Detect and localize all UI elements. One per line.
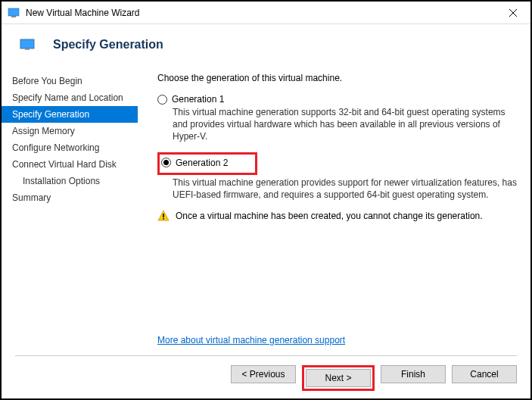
step-installation-options[interactable]: Installation Options [2,173,138,189]
svg-rect-1 [11,16,16,17]
gen2-description: This virtual machine generation provides… [173,177,517,201]
step-configure-networking[interactable]: Configure Networking [2,139,138,156]
step-specify-name-location[interactable]: Specify Name and Location [2,89,138,106]
window-title: New Virtual Machine Wizard [26,8,502,18]
step-before-you-begin[interactable]: Before You Begin [2,73,138,89]
step-assign-memory[interactable]: Assign Memory [2,123,138,139]
svg-rect-7 [163,214,164,217]
radio-generation-1[interactable]: Generation 1 [157,94,517,105]
titlebar: New Virtual Machine Wizard [2,2,530,24]
gen1-description: This virtual machine generation supports… [173,106,517,143]
radio-generation-2[interactable]: Generation 2 [161,158,228,168]
wizard-header: Specify Generation [2,24,530,65]
warning-icon [157,210,170,222]
app-icon [8,7,20,19]
highlight-next: Next > [302,365,375,391]
page-title: Specify Generation [53,38,163,52]
step-specify-generation[interactable]: Specify Generation [2,106,138,123]
radio-icon [157,95,167,105]
warning-row: Once a virtual machine has been created,… [157,210,517,222]
radio-icon [161,158,171,167]
link-more-about-generation[interactable]: More about virtual machine generation su… [157,335,345,345]
warning-text: Once a virtual machine has been created,… [176,211,483,221]
monitor-icon [20,39,35,51]
close-button[interactable] [502,2,524,24]
wizard-sidebar: Before You Begin Specify Name and Locati… [2,65,138,353]
wizard-body: Before You Begin Specify Name and Locati… [2,65,530,353]
highlight-gen2: Generation 2 [157,152,257,175]
step-summary[interactable]: Summary [2,189,138,206]
intro-text: Choose the generation of this virtual ma… [157,73,517,83]
finish-button[interactable]: Finish [381,365,446,383]
cancel-button[interactable]: Cancel [452,365,517,383]
wizard-footer: < Previous Next > Finish Cancel [15,355,517,391]
wizard-content: Choose the generation of this virtual ma… [138,65,530,353]
svg-rect-5 [25,48,30,50]
svg-rect-0 [8,8,19,16]
step-connect-vhd[interactable]: Connect Virtual Hard Disk [2,156,138,173]
radio-label-gen1: Generation 1 [172,94,224,105]
previous-button[interactable]: < Previous [231,365,296,383]
close-icon [509,9,517,17]
radio-label-gen2: Generation 2 [176,158,228,168]
svg-rect-4 [20,39,34,48]
svg-rect-8 [163,218,164,220]
next-button[interactable]: Next > [306,369,371,387]
